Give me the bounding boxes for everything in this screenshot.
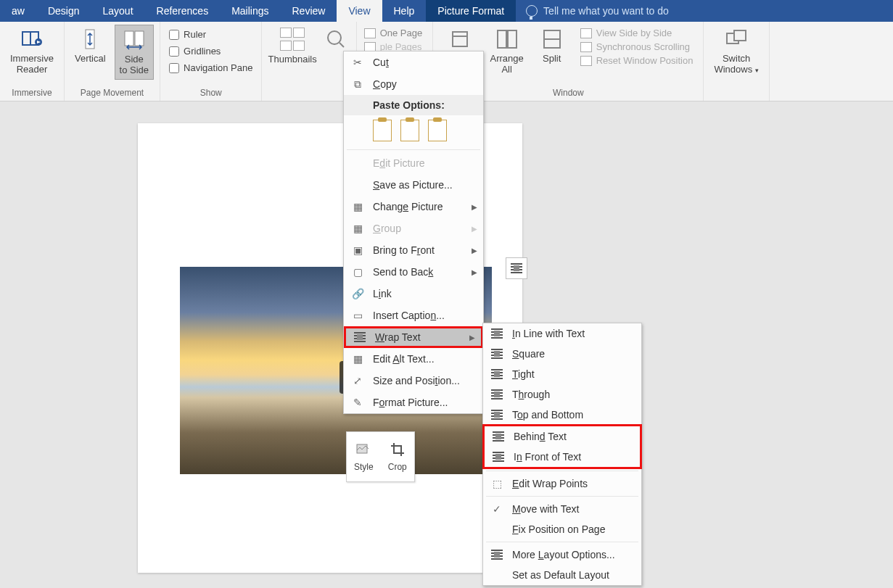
bring-front-icon: ▣ <box>351 244 364 257</box>
wrap-text-icon <box>353 331 366 344</box>
immersive-group-label: Immersive <box>6 86 58 101</box>
side-by-side-icon <box>580 28 592 38</box>
one-page-button[interactable]: One Page <box>364 28 423 38</box>
menu-send-to-back[interactable]: ▢Send to Back▶ <box>344 261 483 283</box>
tab-references[interactable]: References <box>145 0 221 22</box>
view-side-by-side-button: View Side by Side <box>580 28 694 38</box>
wrap-tight[interactable]: Tight <box>483 364 641 384</box>
wrap-square[interactable]: Square <box>483 344 641 364</box>
switch-windows-button[interactable]: Switch Windows ▾ <box>709 25 762 78</box>
wrap-through[interactable]: Through <box>483 384 641 405</box>
tab-help[interactable]: Help <box>382 0 427 22</box>
wrap-in-front-of-text[interactable]: In Front of Text <box>485 447 640 467</box>
lightbulb-icon <box>526 5 538 17</box>
sync-scroll-button: Synchronous Scrolling <box>580 41 694 52</box>
submenu-arrow-icon: ▶ <box>469 334 475 341</box>
picture-mini-toolbar: Style Crop <box>346 431 415 482</box>
wrap-top-bottom[interactable]: Top and Bottom <box>483 405 641 425</box>
group-page-movement: Vertical Side to Side Page Movement <box>65 22 160 101</box>
wrap-set-default[interactable]: Set as Default Layout <box>483 565 641 585</box>
menu-wrap-text[interactable]: Wrap Text▶ <box>344 326 483 348</box>
top-bottom-icon <box>490 408 503 421</box>
arrange-all-icon <box>495 28 519 51</box>
menu-edit-alt-text[interactable]: ▦Edit Alt Text... <box>344 348 483 370</box>
wrap-move-with-text[interactable]: ✓Move with Text <box>483 499 641 519</box>
menu-insert-caption[interactable]: ▭Insert Caption... <box>344 305 483 326</box>
submenu-arrow-icon: ▶ <box>472 203 477 211</box>
square-wrap-icon <box>490 347 503 360</box>
split-button[interactable]: Split <box>532 25 572 67</box>
tab-draw[interactable]: aw <box>0 0 36 22</box>
svg-rect-11 <box>734 30 746 41</box>
paste-option-3[interactable] <box>428 120 447 141</box>
reset-window-button: Reset Window Position <box>580 55 694 66</box>
wrap-text-submenu: In Line with Text Square Tight Through T… <box>482 323 642 586</box>
menu-link[interactable]: 🔗Link <box>344 283 483 305</box>
menu-change-picture[interactable]: ▦Change Picture▶ <box>344 196 483 218</box>
size-icon: ⤢ <box>351 374 364 387</box>
group-immersive: Immersive Reader Immersive <box>0 22 65 101</box>
menu-copy[interactable]: ⧉Copy <box>344 73 483 95</box>
group-switch: Switch Windows ▾ <box>704 22 769 101</box>
vertical-page-icon <box>78 28 102 51</box>
tell-me[interactable]: Tell me what you want to do <box>516 0 679 22</box>
svg-rect-3 <box>125 31 133 46</box>
crop-button[interactable]: Crop <box>381 432 415 481</box>
menu-save-as-picture[interactable]: Save as Picture... <box>344 174 483 196</box>
side-to-side-label: Side to Side <box>120 54 149 76</box>
submenu-arrow-icon: ▶ <box>472 247 477 254</box>
menu-format-picture[interactable]: ✎Format Picture... <box>344 392 483 413</box>
arrange-all-button[interactable]: Arrange All <box>485 25 527 78</box>
svg-rect-4 <box>135 31 144 46</box>
thumb-icon <box>280 28 292 38</box>
side-to-side-icon <box>123 28 146 51</box>
alt-text-icon: ▦ <box>351 352 364 365</box>
crop-icon <box>390 442 406 457</box>
menu-bring-to-front[interactable]: ▣Bring to Front▶ <box>344 239 483 261</box>
caption-icon: ▭ <box>351 309 364 322</box>
thumb-icon <box>293 41 305 51</box>
group-zoom-partial: Thumbnails <box>262 22 355 101</box>
inline-icon <box>490 327 503 340</box>
wrap-behind-text[interactable]: Behind Text <box>485 426 640 447</box>
paste-options <box>344 115 483 147</box>
tell-me-label: Tell me what you want to do <box>543 5 669 17</box>
wrap-inline[interactable]: In Line with Text <box>483 323 641 344</box>
new-window-icon <box>448 28 472 51</box>
paste-options-header: Paste Options: <box>344 95 483 115</box>
group-show: Ruler Gridlines Navigation Pane Show <box>160 22 262 101</box>
tab-design[interactable]: Design <box>36 0 91 22</box>
navpane-checkbox[interactable]: Navigation Pane <box>169 62 252 73</box>
reset-pos-icon <box>580 56 592 66</box>
menu-cut[interactable]: ✂Cut <box>344 51 483 73</box>
split-icon <box>540 28 564 51</box>
layout-options-button[interactable] <box>506 257 527 279</box>
vertical-label: Vertical <box>75 54 106 65</box>
style-button[interactable]: Style <box>347 432 381 481</box>
show-label: Show <box>166 86 255 101</box>
menu-size-position[interactable]: ⤢Size and Position... <box>344 370 483 392</box>
ruler-checkbox[interactable]: Ruler <box>169 29 252 40</box>
immersive-reader-label: Immersive Reader <box>10 54 54 75</box>
wrap-fix-position[interactable]: Fix Position on Page <box>483 519 641 539</box>
tab-mailings[interactable]: Mailings <box>220 0 280 22</box>
paste-option-1[interactable] <box>373 120 392 141</box>
group-icon: ▦ <box>351 222 364 235</box>
tab-picture-format[interactable]: Picture Format <box>426 0 516 22</box>
immersive-reader-button[interactable]: Immersive Reader <box>6 25 58 78</box>
layout-options-icon <box>511 263 522 273</box>
switch-windows-icon <box>725 28 748 51</box>
tab-view[interactable]: View <box>337 0 382 22</box>
tab-layout[interactable]: Layout <box>91 0 145 22</box>
menu-group: ▦Group▶ <box>344 218 483 239</box>
side-to-side-button[interactable]: Side to Side <box>115 25 154 80</box>
thumbnails-label[interactable]: Thumbnails <box>268 54 316 65</box>
check-icon: ✓ <box>490 502 503 515</box>
vertical-button[interactable]: Vertical <box>70 25 110 67</box>
tab-review[interactable]: Review <box>281 0 337 22</box>
gridlines-checkbox[interactable]: Gridlines <box>169 46 252 57</box>
wrap-more-layout[interactable]: More Layout Options... <box>483 544 641 565</box>
paste-option-2[interactable] <box>400 120 419 141</box>
wrap-edit-points[interactable]: ⬚Edit Wrap Points <box>483 473 641 494</box>
picture-context-menu: ✂Cut ⧉Copy Paste Options: Edit Picture S… <box>343 51 484 414</box>
